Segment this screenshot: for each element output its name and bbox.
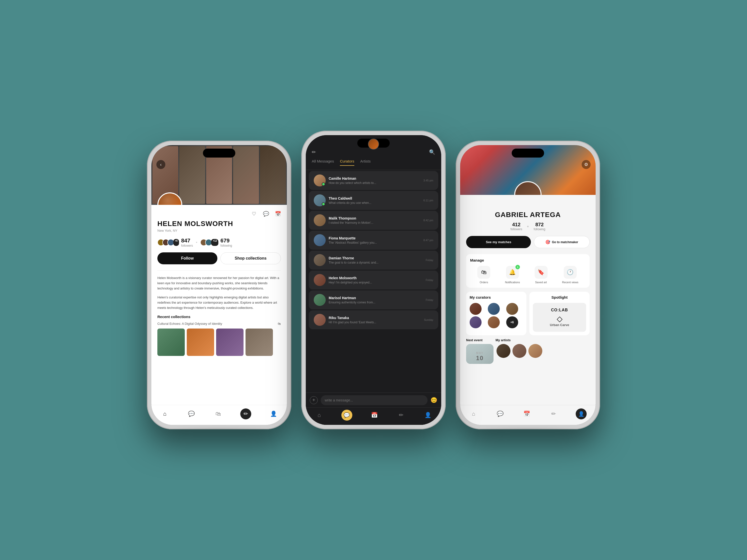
p2-emoji-button[interactable]: 😊 [431, 397, 437, 403]
p3-artists-avatars [496, 344, 542, 364]
msg-preview-7: Hi! I'm glad you found 'East Meets... [329, 321, 421, 324]
tab-all-messages[interactable]: All Messages [312, 159, 334, 166]
follow-button[interactable]: Follow [157, 252, 217, 264]
msg-item-2[interactable]: Malik Thompson I visited the 'Harmony in… [309, 211, 438, 230]
msg-time-5: Friday [426, 278, 433, 282]
p3-nav-calendar[interactable]: 📅 [522, 409, 531, 418]
p2-plus-button[interactable]: + [310, 396, 318, 404]
msg-avatar-7 [314, 314, 326, 326]
msg-item-0[interactable]: Camille Hartman How do you select which … [309, 171, 438, 190]
p1-thumb-2[interactable] [187, 328, 214, 356]
p3-nav-messages[interactable]: 💬 [496, 409, 505, 418]
msg-name-3: Fiona Marquette [329, 236, 420, 240]
p3-next-event-card[interactable]: MAY 10 [466, 344, 493, 364]
phone1-screen: ‹ ♡ 💬 📅 HELEN MOLSWORTH New York, NY [151, 145, 287, 425]
recent-views-icon-wrap: 🕐 [564, 266, 577, 279]
p2-user-avatar-top [368, 139, 379, 150]
comment-icon[interactable]: 💬 [262, 210, 270, 218]
p1-cover-img-2 [179, 146, 205, 204]
msg-time-4: Friday [426, 259, 433, 262]
my-artists-title: My artists [495, 338, 511, 342]
msg-item-3[interactable]: Fiona Marquette The 'Abstract Realities'… [309, 231, 438, 250]
colab-logo-icon: ◇ [538, 314, 581, 323]
p3-stat-separator [527, 226, 529, 227]
msg-time-6: Friday [426, 298, 433, 301]
p2-compose-bar: + 😊 [306, 393, 441, 407]
artist-av-3[interactable] [529, 344, 542, 358]
p3-nav-profile-active[interactable]: 👤 [576, 408, 587, 419]
phone-helen: ‹ ♡ 💬 📅 HELEN MOLSWORTH New York, NY [147, 141, 291, 429]
p1-collection-name-row: Cultural Echoes: A Digital Odyssey of Id… [157, 322, 281, 325]
p3-avatar-wrapper [514, 181, 542, 195]
tab-curators[interactable]: Curators [340, 159, 354, 166]
p1-thumb-4[interactable] [246, 328, 273, 356]
msg-content-4: Damian Thorne The goal is to curate a dy… [329, 256, 422, 264]
p1-collection-cart-icon[interactable]: 🛍 [278, 322, 281, 325]
manage-orders[interactable]: 🛍 Orders [477, 266, 490, 284]
p2-nav-home[interactable]: ⌂ [315, 411, 324, 420]
p3-spotlight-section: Spotlight CO:LAB ◇ Urban Carve [530, 292, 590, 335]
spotlight-card[interactable]: CO:LAB ◇ Urban Carve [533, 303, 586, 332]
curator-av-2[interactable] [488, 303, 500, 315]
msg-content-5: Helen Molsworth Hey! I'm delighted you e… [329, 276, 422, 284]
manage-recent-views[interactable]: 🕐 Recent views [562, 266, 578, 284]
msg-item-7[interactable]: Riku Tanaka Hi! I'm glad you found 'East… [309, 310, 438, 329]
go-matchmaker-button[interactable]: 🎯 Go to matchmaker [534, 236, 590, 248]
manage-saved-art[interactable]: 🔖 Saved art [535, 266, 547, 284]
p2-message-input[interactable] [321, 395, 428, 405]
p2-avatar-img [368, 139, 379, 150]
p3-nav-home[interactable]: ⌂ [469, 409, 478, 418]
p1-nav-messages[interactable]: 💬 [187, 409, 196, 418]
shop-collections-button[interactable]: Shop collections [221, 252, 281, 264]
curator-av-1[interactable] [470, 303, 482, 315]
curator-av-more[interactable]: +6 [506, 316, 518, 328]
event-day: 10 [476, 355, 484, 362]
p3-curators-section: My curators +6 [466, 292, 526, 335]
p2-nav-profile[interactable]: 👤 [423, 411, 432, 420]
heart-icon[interactable]: ♡ [250, 210, 258, 218]
back-button[interactable]: ‹ [156, 160, 165, 169]
msg-content-7: Riku Tanaka Hi! I'm glad you found 'East… [329, 316, 421, 324]
msg-avatar-5 [314, 274, 326, 286]
msg-item-4[interactable]: Damian Thorne The goal is to curate a dy… [309, 250, 438, 270]
artist-av-1[interactable] [496, 344, 511, 358]
notifications-icon: 🔔 [509, 269, 516, 275]
msg-item-5[interactable]: Helen Molsworth Hey! I'm delighted you e… [309, 270, 438, 290]
p2-nav-messages-active[interactable]: 💬 [341, 410, 352, 421]
p3-navbar: ⌂ 💬 📅 ✏ 👤 [460, 405, 596, 425]
p1-thumb-1[interactable] [157, 328, 185, 356]
p1-thumb-3[interactable] [216, 328, 243, 356]
colab-name: Urban Carve [538, 323, 581, 327]
see-matches-button[interactable]: See my matches [466, 236, 531, 248]
curator-av-3[interactable] [506, 303, 518, 315]
p1-nav-profile[interactable]: 👤 [269, 409, 278, 418]
msg-avatar-2 [314, 214, 326, 226]
p1-nav-shop[interactable]: 🛍 [214, 409, 223, 418]
p1-nav-home[interactable]: ⌂ [160, 409, 169, 418]
p2-nav-calendar[interactable]: 📅 [370, 411, 379, 420]
p2-compose-icon[interactable]: ✏ [312, 149, 316, 155]
p1-followers-info: 847 followers [181, 237, 193, 247]
p3-nav-edit[interactable]: ✏ [549, 409, 558, 418]
p1-followers-block: +6 847 followers [157, 237, 193, 247]
artist-av-2[interactable] [512, 344, 526, 358]
curator-av-5[interactable] [488, 316, 500, 328]
curator-av-4[interactable] [470, 316, 482, 328]
p3-content-area: GABRIEL ARTEGA 412 followers 872 followi… [460, 195, 596, 364]
p2-nav-edit[interactable]: ✏ [397, 411, 406, 420]
recent-views-icon: 🕐 [567, 269, 573, 275]
settings-button[interactable]: ⚙ [582, 160, 591, 169]
calendar-icon[interactable]: 📅 [274, 210, 282, 218]
notifications-label: Notifications [505, 281, 520, 284]
msg-avatar-3 [314, 234, 326, 246]
msg-item-1[interactable]: Theo Caldwell What criteria do you use w… [309, 191, 438, 210]
tab-artists[interactable]: Artists [360, 159, 371, 166]
p1-collection-thumbs [157, 328, 281, 356]
p3-manage-title: Manage [470, 258, 586, 262]
p1-nav-edit-active[interactable]: ✏ [240, 408, 251, 419]
msg-name-1: Theo Caldwell [329, 196, 420, 201]
msg-preview-2: I visited the 'Harmony in Motion'... [329, 221, 420, 224]
p2-search-icon[interactable]: 🔍 [429, 149, 435, 155]
msg-item-6[interactable]: Marisol Hartman Ensuring authenticity co… [309, 290, 438, 310]
manage-notifications[interactable]: 🔔 1 Notifications [505, 266, 520, 284]
